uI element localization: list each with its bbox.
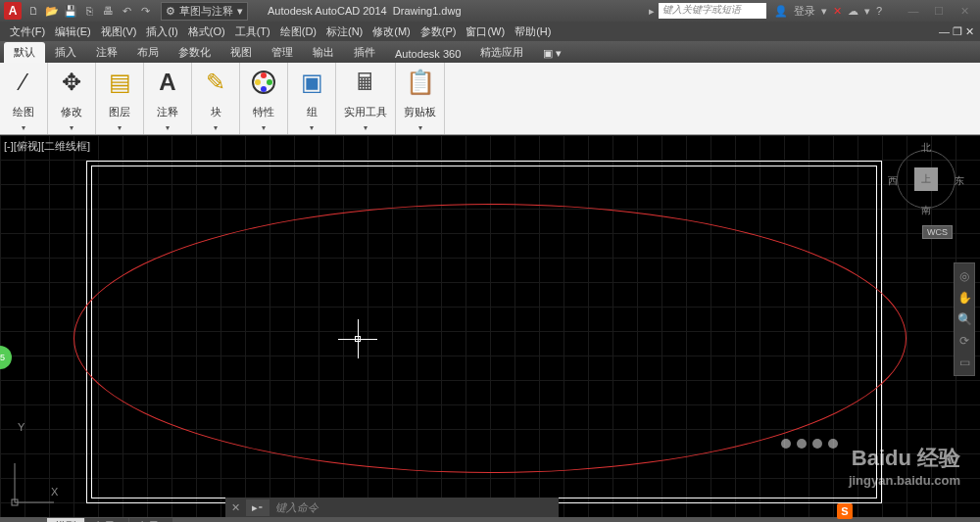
tab-layout2[interactable]: 布局2 [129, 518, 172, 523]
viewcube-face[interactable]: 上 [914, 167, 938, 191]
tab-annotate[interactable]: 注释 [86, 42, 127, 63]
cmdline-input[interactable]: 键入命令 [270, 500, 324, 515]
gear-icon: ⚙ [166, 5, 175, 18]
exchange-icon[interactable]: ✕ [833, 5, 842, 18]
tab-layout[interactable]: 布局 [127, 42, 169, 63]
layers-icon[interactable]: ▤ [104, 67, 135, 98]
tab-plugins[interactable]: 插件 [344, 42, 385, 63]
tab-expand[interactable]: ▣ ▾ [533, 44, 571, 63]
app-logo[interactable]: A [4, 2, 22, 20]
chevron-down-icon[interactable]: ▾ [864, 5, 870, 18]
menu-modify[interactable]: 修改(M) [368, 23, 415, 41]
zoom-icon[interactable]: 🔍 [957, 312, 972, 326]
panel-dropdown[interactable]: ▾ [364, 123, 368, 132]
minimize-button[interactable]: — [902, 3, 925, 19]
svg-point-3 [261, 86, 267, 92]
panel-dropdown[interactable]: ▾ [310, 123, 314, 132]
redo-icon[interactable]: ↷ [137, 3, 153, 19]
block-icon[interactable]: ✎ [200, 67, 231, 98]
panel-dropdown[interactable]: ▾ [70, 123, 74, 132]
showmotion-icon[interactable]: ▭ [959, 356, 970, 369]
menu-window[interactable]: 窗口(W) [462, 23, 509, 41]
menu-parametric[interactable]: 参数(P) [416, 23, 461, 41]
tab-parametric[interactable]: 参数化 [169, 42, 220, 63]
doc-minimize-button[interactable]: — [939, 25, 950, 37]
tab-manage[interactable]: 管理 [262, 42, 303, 63]
workspace-dropdown[interactable]: ⚙ 草图与注释 ▾ [161, 2, 248, 21]
search-chevron-icon[interactable]: ▸ [649, 5, 655, 18]
clipboard-icon[interactable]: 📋 [405, 67, 436, 98]
app-title: Autodesk AutoCAD 2014 Drawing1.dwg [268, 5, 462, 17]
save-icon[interactable]: 💾 [63, 3, 78, 19]
panel-dropdown[interactable]: ▾ [118, 123, 122, 132]
tab-featured[interactable]: 精选应用 [470, 42, 533, 63]
tab-autodesk360[interactable]: Autodesk 360 [385, 45, 470, 63]
doc-close-button[interactable]: ✕ [965, 25, 974, 37]
line-icon[interactable]: ∕ [8, 67, 39, 98]
tab-layout1[interactable]: 布局1 [85, 518, 128, 523]
tab-insert[interactable]: 插入 [45, 42, 86, 63]
login-button[interactable]: 登录 [794, 4, 815, 19]
watermark: Baidu 经验 jingyan.baidu.com [849, 444, 960, 488]
menu-draw[interactable]: 绘图(D) [276, 23, 320, 41]
panel-properties: 特性 ▾ [240, 63, 288, 134]
menu-edit[interactable]: 编辑(E) [51, 23, 95, 41]
pan-icon[interactable]: ✋ [957, 291, 972, 305]
watermark-paws-icon [781, 439, 838, 449]
panel-dropdown[interactable]: ▾ [22, 123, 25, 132]
menu-tools[interactable]: 工具(T) [231, 23, 274, 41]
command-line[interactable]: ✕ ▸⁃ 键入命令 [225, 498, 559, 517]
search-input[interactable]: 键入关键字或短语 [659, 3, 766, 19]
orbit-icon[interactable]: ⟳ [959, 334, 969, 348]
menu-dimension[interactable]: 标注(N) [322, 23, 367, 41]
doc-restore-button[interactable]: ❐ [953, 25, 962, 37]
new-icon[interactable]: 🗋 [25, 3, 41, 19]
wheel-icon[interactable]: ◎ [959, 269, 969, 283]
cmdline-close-icon[interactable]: ✕ [225, 501, 246, 514]
drawing-area[interactable]: [-][俯视][二维线框] Y X 上 北 南 东 西 WCS ◎ ✋ 🔍 ⟳ … [0, 135, 980, 517]
chevron-down-icon[interactable]: ▾ [821, 5, 827, 18]
panel-dropdown[interactable]: ▾ [214, 123, 218, 132]
calculator-icon[interactable]: 🖩 [350, 67, 381, 98]
text-icon[interactable]: A [152, 67, 183, 98]
close-button[interactable]: ✕ [953, 3, 976, 19]
menu-view[interactable]: 视图(V) [97, 23, 141, 41]
tab-model[interactable]: 模型 [47, 518, 84, 523]
cmdline-prompt: ▸⁃ [246, 499, 270, 516]
panel-modify: ✥ 修改 ▾ [48, 63, 96, 134]
saveas-icon[interactable]: ⎘ [81, 3, 97, 19]
wcs-button[interactable]: WCS [922, 225, 953, 239]
tab-home[interactable]: 默认 [4, 42, 45, 63]
group-icon[interactable]: ▣ [296, 67, 327, 98]
menu-help[interactable]: 帮助(H) [511, 23, 555, 41]
help-icon[interactable]: ? [876, 5, 882, 17]
menu-insert[interactable]: 插入(I) [142, 23, 181, 41]
ucs-icon[interactable]: Y X [10, 458, 59, 507]
color-wheel-icon[interactable] [248, 67, 279, 98]
doc-window-controls: — ❐ ✕ [939, 25, 974, 38]
panel-clipboard: 📋 剪贴板 ▾ [396, 63, 445, 134]
cloud-icon[interactable]: ☁ [848, 5, 858, 18]
panel-dropdown[interactable]: ▾ [166, 123, 170, 132]
svg-point-2 [267, 79, 272, 85]
panel-dropdown[interactable]: ▾ [418, 123, 422, 132]
navigation-bar[interactable]: ◎ ✋ 🔍 ⟳ ▭ [954, 262, 975, 376]
panel-draw: ∕ 绘图 ▾ [0, 63, 48, 134]
open-icon[interactable]: 📂 [44, 3, 60, 19]
tab-output[interactable]: 输出 [303, 42, 344, 63]
window-controls: — ☐ ✕ [902, 3, 976, 19]
menu-format[interactable]: 格式(O) [184, 23, 229, 41]
viewcube[interactable]: 上 北 南 东 西 [892, 145, 960, 214]
ime-sogou-icon[interactable]: S [837, 503, 853, 519]
undo-icon[interactable]: ↶ [119, 3, 134, 19]
modify-icon[interactable]: ✥ [56, 67, 87, 98]
menu-file[interactable]: 文件(F) [6, 23, 49, 41]
titlebar-right: 👤 登录 ▾ ✕ ☁ ▾ ? [774, 4, 882, 19]
maximize-button[interactable]: ☐ [927, 3, 951, 19]
print-icon[interactable]: 🖶 [100, 3, 116, 19]
tab-view[interactable]: 视图 [220, 42, 262, 63]
person-icon[interactable]: 👤 [774, 5, 788, 18]
ellipse-entity[interactable] [74, 204, 906, 473]
viewport-label[interactable]: [-][俯视][二维线框] [4, 139, 90, 154]
panel-dropdown[interactable]: ▾ [262, 123, 266, 132]
